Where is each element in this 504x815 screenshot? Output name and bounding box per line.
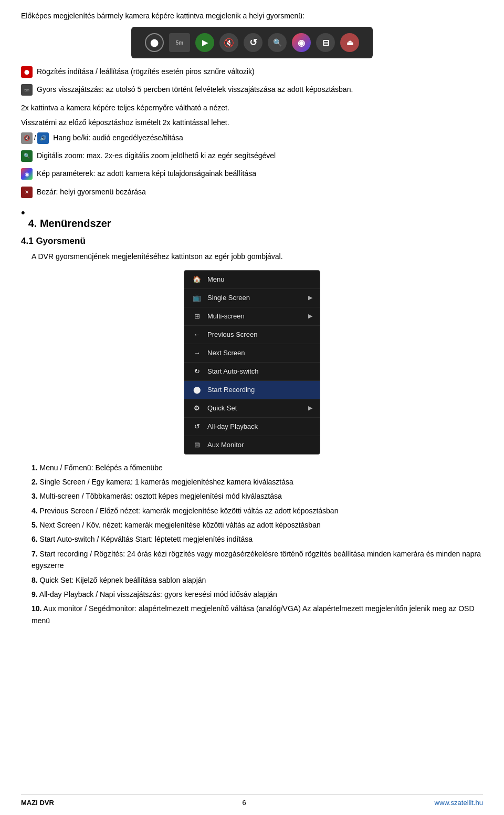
context-menu-item-start-recording[interactable]: ⬤Start Recording [184,381,320,399]
list-item: 8. Quick Set: Kijelző képnek beállítása … [32,574,483,586]
icon-description-image-params: ◉ Kép paraméterek: az adott kamera képi … [21,168,483,182]
menu-item-label: Next Screen [207,349,312,357]
footer-website: www.szatellit.hu [435,799,483,807]
icon-description-record: ⬤ Rögzítés indítása / leállítása (rögzít… [21,66,483,80]
menu-item-icon: ↻ [192,366,202,377]
menu-item-arrow: ▶ [308,313,312,319]
list-item: 2. Single Screen / Egy kamera: 1 kamerás… [32,476,483,488]
page-footer: MAZI DVR 6 www.szatellit.hu [21,794,483,807]
close-icon: ✕ [21,187,33,198]
section-4-header: • 4. Menürendszer [21,208,483,232]
list-item: 6. Start Auto-switch / Képváltás Start: … [32,533,483,545]
section-bullet: • [21,207,25,219]
icon-description-close: ✕ Bezár: helyi gyorsmenü bezárása [21,186,483,201]
numbered-list: 1. Menu / Főmenü: Belépés a főmenübe2. S… [32,462,483,627]
context-menu-item-quick-set[interactable]: ⚙Quick Set▶ [184,399,320,418]
toolbar-play-icon: ▶ [195,33,214,52]
icon-description-zoom: 🔍 Digitális zoom: max. 2x-es digitális z… [21,150,483,164]
muted-icon: 🔇 [21,132,33,144]
toolbar-image: ⬤ 5m ▶ 🔇 ↺ 🔍 ◉ ⊟ ⏏ [131,27,373,58]
toolbar-mute-icon: 🔇 [219,33,238,52]
menu-item-icon: ⬤ [192,385,202,395]
menu-item-icon: ↺ [192,421,202,432]
context-menu-container: 🏠Menu📺Single Screen▶⊞Multi-screen▶←Previ… [21,270,483,455]
timer-description: Gyors visszajátszás: az utolsó 5 percben… [37,84,353,95]
menu-item-icon: 📺 [192,293,202,303]
menu-item-icon: ⚙ [192,403,202,414]
gyorsmenu-description: A DVR gyorsmenüjének megjelenítéséhez ka… [32,251,483,262]
section-title: 4. Menürendszer [28,218,111,230]
menu-item-label: Previous Screen [207,331,312,338]
timer-icon: 5m [21,84,33,96]
intro-text: Előképes megjelenítés bármely kamera kép… [21,11,483,22]
menu-item-label: Multi-screen [207,312,303,320]
footer-page-number: 6 [243,799,246,807]
list-item: 1. Menu / Főmenü: Belépés a főmenübe [32,462,483,473]
toolbar-search-icon: 🔍 [268,33,287,52]
icon-description-audio: 🔇 / 🔊 Hang be/ki: audió engedélyezése/ti… [21,132,483,147]
context-menu-item-aux-monitor[interactable]: ⊟Aux Monitor [184,436,320,454]
menu-item-icon: ⊟ [192,440,202,450]
list-item: 9. All-day Playback / Napi visszajátszás… [32,589,483,600]
text-2x-fullscreen: 2x kattintva a kamera képére teljes képe… [21,102,483,114]
toolbar-timer-icon: 5m [169,33,190,52]
menu-item-icon: ← [192,329,202,340]
menu-item-label: Single Screen [207,294,303,302]
icon-description-timer: 5m Gyors visszajátszás: az utolsó 5 perc… [21,84,483,98]
toolbar-split-icon: ⊟ [316,33,335,52]
audio-description: Hang be/ki: audió engedélyezése/tiltása [53,132,183,143]
toolbar-refresh-icon: ↺ [244,33,262,52]
page-content: Előképes megjelenítés bármely kamera kép… [21,11,483,626]
audio-icons: 🔇 / 🔊 [21,132,49,144]
footer-brand: MAZI DVR [21,799,54,807]
menu-item-icon: → [192,348,202,358]
list-item: 7. Start recording / Rögzítés: 24 órás k… [32,548,483,572]
context-menu-item-next-screen[interactable]: →Next Screen [184,344,320,363]
record-icon: ⬤ [21,66,33,78]
subsection-title: 4.1 Gyorsmenü [21,236,483,246]
menu-item-label: Menu [207,275,312,283]
toolbar-eject-icon: ⏏ [340,33,359,52]
image-params-description: Kép paraméterek: az adott kamera képi tu… [37,168,256,179]
menu-item-label: Start Recording [207,386,312,394]
context-menu-item-previous-screen[interactable]: ←Previous Screen [184,326,320,344]
text-2x-return: Visszatérni az előző képosztáshoz isméte… [21,117,483,128]
context-menu-item-start-auto-switch[interactable]: ↻Start Auto-switch [184,363,320,381]
context-menu: 🏠Menu📺Single Screen▶⊞Multi-screen▶←Previ… [184,270,320,455]
menu-item-label: All-day Playback [207,422,312,430]
toolbar-color-icon: ◉ [292,33,311,52]
zoom-description: Digitális zoom: max. 2x-es digitális zoo… [37,150,276,161]
record-description: Rögzítés indítása / leállítása (rögzítés… [37,66,255,77]
slash-separator: / [34,134,36,141]
zoom-icon: 🔍 [21,150,33,162]
list-item: 3. Multi-screen / Többkamerás: osztott k… [32,490,483,502]
close-description: Bezár: helyi gyorsmenü bezárása [37,186,146,198]
audio-on-icon: 🔊 [37,132,49,144]
list-item: 5. Next Screen / Köv. nézet: kamerák meg… [32,519,483,531]
context-menu-item-all-day-playback[interactable]: ↺All-day Playback [184,418,320,436]
list-item: 4. Previous Screen / Előző nézet: kamerá… [32,505,483,517]
menu-item-arrow: ▶ [308,294,312,301]
context-menu-item-single-screen[interactable]: 📺Single Screen▶ [184,289,320,307]
menu-item-label: Aux Monitor [207,441,312,449]
menu-item-icon: ⊞ [192,311,202,322]
context-menu-item-menu[interactable]: 🏠Menu [184,271,320,289]
menu-item-arrow: ▶ [308,405,312,411]
list-item: 10. Aux monitor / Segédmonitor: alapérte… [32,603,483,626]
toolbar-record-icon: ⬤ [145,33,164,52]
context-menu-item-multi-screen[interactable]: ⊞Multi-screen▶ [184,307,320,326]
color-wheel-icon: ◉ [21,168,33,180]
menu-item-icon: 🏠 [192,274,202,285]
menu-item-label: Start Auto-switch [207,367,312,375]
menu-item-label: Quick Set [207,404,303,412]
